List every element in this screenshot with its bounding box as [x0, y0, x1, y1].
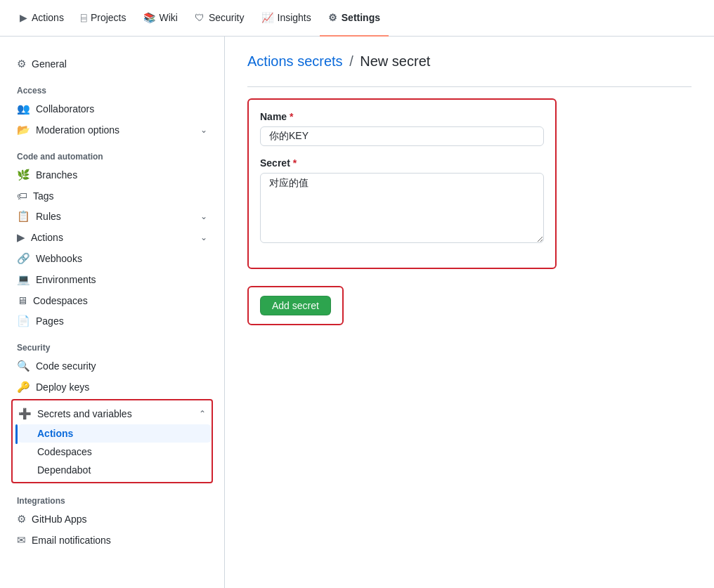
title-divider	[247, 86, 692, 87]
nav-wiki[interactable]: 📚 Wiki	[135, 0, 186, 37]
moderation-expand-icon: ⌄	[200, 125, 207, 135]
add-secret-button[interactable]: Add secret	[260, 296, 331, 315]
github-apps-icon: ⚙	[17, 513, 26, 525]
secrets-icon: ➕	[18, 407, 32, 420]
email-icon: ✉	[17, 534, 26, 547]
code-security-icon: 🔍	[17, 360, 30, 372]
actions-icon: ▶	[20, 12, 27, 23]
sidebar-sub-item-secrets-actions[interactable]: Actions	[18, 424, 212, 443]
nav-security[interactable]: 🛡 Security	[186, 0, 253, 37]
moderation-icon: 📂	[17, 124, 30, 136]
section-integrations: Integrations	[11, 485, 213, 509]
sidebar-item-secrets-variables[interactable]: ➕ Secrets and variables ⌃	[13, 403, 212, 424]
settings-icon: ⚙	[328, 12, 337, 23]
sidebar-item-webhooks[interactable]: 🔗 Webhooks	[11, 248, 213, 269]
sidebar-item-deploy-keys[interactable]: 🔑 Deploy keys	[11, 377, 213, 398]
secrets-collapse-icon: ⌃	[199, 409, 206, 419]
insights-icon: 📈	[261, 12, 273, 23]
breadcrumb-separator: /	[349, 53, 353, 69]
rules-expand-icon: ⌄	[200, 211, 207, 221]
sidebar-item-tags[interactable]: 🏷 Tags	[11, 185, 213, 206]
section-security: Security	[11, 332, 213, 355]
main-content: Actions secrets / New secret Name * Secr…	[225, 37, 714, 588]
branches-icon: 🌿	[17, 169, 30, 181]
nav-actions[interactable]: ▶ Actions	[11, 0, 72, 37]
codespaces-icon: 🖥	[17, 294, 27, 306]
section-access: Access	[11, 74, 213, 98]
actions-sidebar-icon: ▶	[17, 231, 25, 244]
tags-icon: 🏷	[17, 190, 27, 202]
deploy-keys-icon: 🔑	[17, 381, 30, 393]
rules-icon: 📋	[17, 210, 30, 223]
secret-label: Secret *	[260, 157, 544, 169]
collaborators-icon: 👥	[17, 103, 30, 115]
secret-textarea[interactable]	[260, 173, 544, 243]
sidebar-item-pages[interactable]: 📄 Pages	[11, 311, 213, 332]
layout: ⚙ General Access 👥 Collaborators 📂 Moder…	[0, 37, 714, 588]
actions-expand-icon: ⌄	[200, 233, 207, 242]
sidebar-item-email-notifications[interactable]: ✉ Email notifications	[11, 530, 213, 551]
nav-insights[interactable]: 📈 Insights	[253, 0, 320, 37]
breadcrumb-link[interactable]: Actions secrets	[247, 53, 343, 69]
name-field-group: Name *	[260, 111, 544, 146]
sidebar-item-codespaces[interactable]: 🖥 Codespaces	[11, 290, 213, 311]
sidebar-item-branches[interactable]: 🌿 Branches	[11, 164, 213, 185]
sidebar: ⚙ General Access 👥 Collaborators 📂 Moder…	[0, 37, 225, 588]
sidebar-item-general[interactable]: ⚙ General	[11, 53, 213, 74]
sidebar-item-moderation-options[interactable]: 📂 Moderation options ⌄	[11, 119, 213, 141]
page-title-text: New secret	[360, 53, 430, 69]
sidebar-sub-item-secrets-dependabot[interactable]: Dependabot	[18, 461, 212, 479]
page-title: Actions secrets / New secret	[247, 53, 692, 70]
pages-icon: 📄	[17, 315, 30, 327]
top-nav: ▶ Actions ⌸ Projects 📚 Wiki 🛡 Security 📈…	[0, 0, 714, 37]
sidebar-item-collaborators[interactable]: 👥 Collaborators	[11, 98, 213, 119]
environments-icon: 💻	[17, 273, 30, 286]
sidebar-sub-item-secrets-codespaces[interactable]: Codespaces	[18, 443, 212, 461]
general-icon: ⚙	[17, 58, 26, 70]
wiki-icon: 📚	[143, 12, 155, 23]
name-input[interactable]	[260, 126, 544, 146]
add-secret-button-box: Add secret	[247, 286, 344, 325]
projects-icon: ⌸	[81, 12, 86, 23]
webhooks-icon: 🔗	[17, 252, 30, 265]
new-secret-form: Name * Secret *	[247, 98, 557, 269]
sidebar-item-rules[interactable]: 📋 Rules ⌄	[11, 206, 213, 227]
nav-projects[interactable]: ⌸ Projects	[72, 0, 135, 37]
security-icon: 🛡	[195, 12, 205, 23]
section-code-automation: Code and automation	[11, 141, 213, 164]
name-label: Name *	[260, 111, 544, 122]
nav-settings[interactable]: ⚙ Settings	[320, 0, 389, 37]
sidebar-item-github-apps[interactable]: ⚙ GitHub Apps	[11, 509, 213, 530]
sidebar-item-code-security[interactable]: 🔍 Code security	[11, 355, 213, 377]
sidebar-item-environments[interactable]: 💻 Environments	[11, 269, 213, 290]
sidebar-item-actions[interactable]: ▶ Actions ⌄	[11, 227, 213, 248]
secrets-and-variables-section: ➕ Secrets and variables ⌃ Actions Codesp…	[11, 399, 213, 483]
secret-field-group: Secret *	[260, 157, 544, 245]
